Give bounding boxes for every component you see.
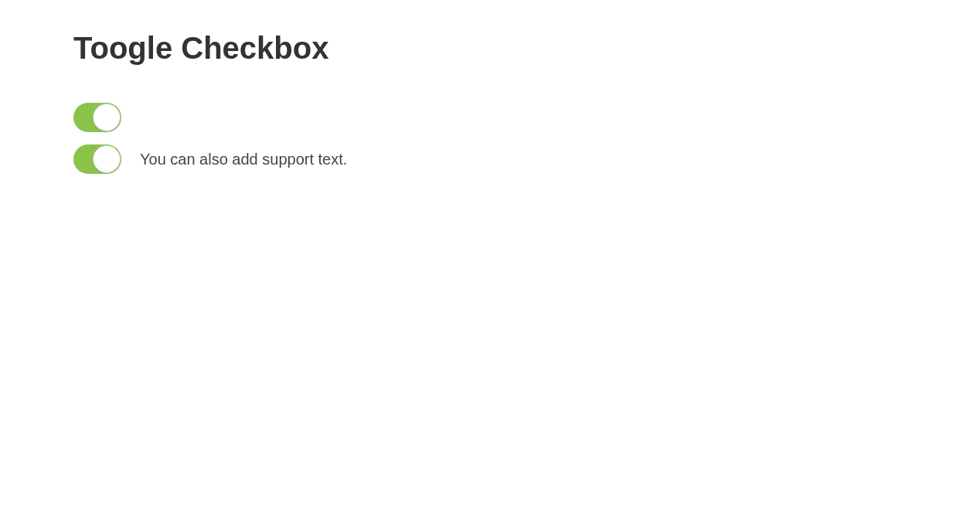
toggle-label-2: You can also add support text.	[140, 151, 347, 168]
toggle-switch-1[interactable]	[73, 103, 121, 132]
toggle-row-2: You can also add support text.	[73, 144, 907, 174]
page-title: Toogle Checkbox	[73, 31, 907, 66]
toggle-knob-icon	[93, 104, 121, 131]
toggle-switch-2[interactable]	[73, 144, 121, 174]
toggle-row-1	[73, 103, 907, 132]
toggle-knob-icon	[93, 145, 121, 173]
